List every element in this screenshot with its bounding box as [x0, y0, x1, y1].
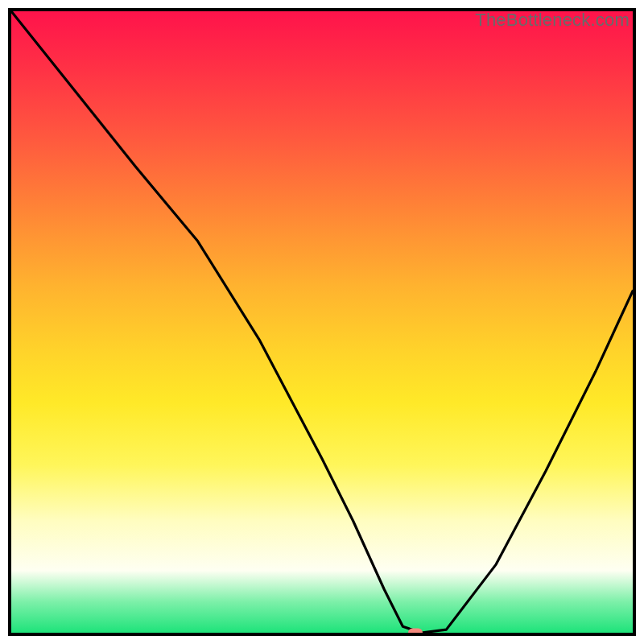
plot-area [8, 8, 636, 636]
minimum-marker-pill [408, 629, 423, 637]
bottleneck-curve-line [11, 11, 633, 633]
curve-layer [11, 11, 633, 633]
bottleneck-chart: TheBottleneck.com [0, 0, 644, 644]
attribution-watermark: TheBottleneck.com [475, 10, 630, 31]
